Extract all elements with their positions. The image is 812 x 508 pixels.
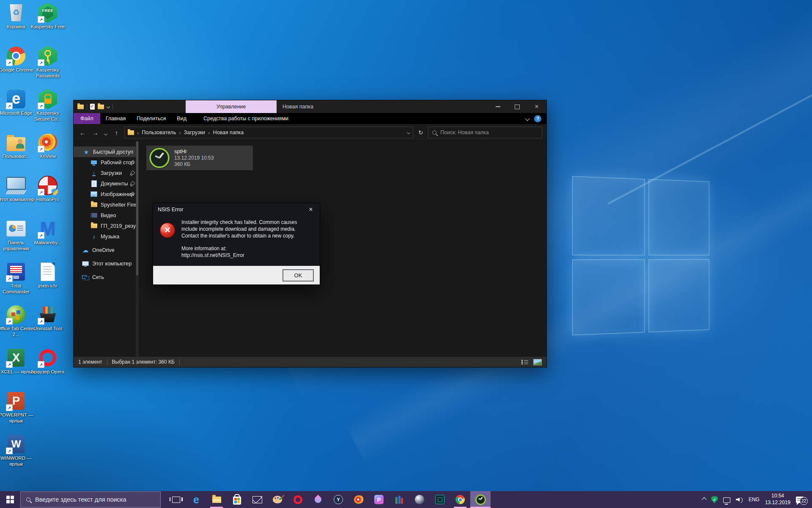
- breadcrumb-downloads[interactable]: Загрузки: [184, 130, 205, 135]
- mail-icon: [252, 496, 262, 503]
- start-button[interactable]: [0, 491, 20, 508]
- taskbar-edge-button[interactable]: [186, 491, 206, 508]
- dialog-close-button[interactable]: ×: [302, 203, 320, 216]
- desktop-icon-winword[interactable]: WINWORD — ярлык: [0, 434, 35, 467]
- sidebar-item-music[interactable]: ♪ Музыка: [74, 231, 139, 242]
- caption-buttons: ×: [488, 100, 546, 113]
- ok-button[interactable]: OK: [283, 269, 314, 282]
- back-button[interactable]: ←: [78, 129, 88, 136]
- desktop-icon-kaspersky-secure[interactable]: Kaspersky Secure Co...: [29, 89, 67, 122]
- properties-check-icon[interactable]: [90, 104, 95, 110]
- desktop-icon-opera[interactable]: Браузер Opera: [29, 348, 67, 375]
- menu-app-tools[interactable]: Средства работы с приложениями: [198, 113, 294, 124]
- taskbar-sphere-app-button[interactable]: [409, 491, 430, 508]
- taskbar-teal-app-button[interactable]: [430, 491, 450, 508]
- folder-icon[interactable]: [77, 105, 84, 109]
- security-shield-icon[interactable]: [711, 496, 718, 503]
- taskbar-file-explorer-button[interactable]: [206, 491, 227, 508]
- taskbar-chrome-button[interactable]: [450, 491, 470, 508]
- sidebar-item-desktop[interactable]: Рабочий стол: [74, 157, 139, 168]
- desktop-icon-kaspersky-free[interactable]: Kaspersky Free: [29, 3, 67, 30]
- recent-locations-icon[interactable]: [103, 129, 109, 136]
- large-icons-view-button[interactable]: [533, 359, 542, 365]
- close-button[interactable]: ×: [527, 100, 546, 113]
- menu-file[interactable]: Файл: [74, 113, 100, 124]
- explorer-search-input[interactable]: Поиск: Новая папка: [428, 127, 542, 138]
- sidebar-item-documents[interactable]: Документы: [74, 178, 139, 189]
- qat-dropdown-icon[interactable]: [107, 105, 110, 108]
- ribbon-collapse-icon[interactable]: [525, 116, 529, 121]
- taskbar-store-button[interactable]: [227, 491, 247, 508]
- shortcut-arrow-icon: [38, 232, 44, 239]
- taskbar-paint-button[interactable]: [267, 491, 288, 508]
- taskbar-drop-app-button[interactable]: [308, 491, 328, 508]
- dialog-footer: OK: [153, 266, 320, 284]
- sidebar-item-network[interactable]: Сеть: [74, 272, 139, 282]
- menu-view[interactable]: Вид: [171, 113, 192, 124]
- edge-icon: [6, 89, 26, 109]
- breadcrumb-users[interactable]: Пользователь: [142, 130, 176, 135]
- up-button[interactable]: ↑: [112, 129, 121, 136]
- hitmanpro-icon: [38, 175, 58, 196]
- desktop-icon-jnxtn-file[interactable]: jnxtn v,fv: [29, 262, 67, 289]
- sidebar-item-videos[interactable]: Видео: [74, 210, 139, 221]
- minimize-button[interactable]: [488, 100, 508, 113]
- folder-mini-icon: [91, 202, 97, 207]
- breadcrumb-new-folder[interactable]: Новая папка: [213, 130, 244, 135]
- network-icon[interactable]: [723, 497, 730, 503]
- sidebar-quick-access[interactable]: ★ Быстрый доступ: [74, 146, 139, 157]
- sphere-app-icon: [415, 495, 424, 504]
- taskbar-opera-button[interactable]: [288, 491, 308, 508]
- clock[interactable]: 10:54 13.12.2019: [765, 493, 790, 506]
- dialog-titlebar[interactable]: NSIS Error ×: [153, 203, 320, 216]
- language-indicator[interactable]: ENG: [749, 497, 760, 502]
- volume-icon[interactable]: [736, 497, 743, 502]
- excel-icon: [6, 348, 26, 368]
- sidebar-item-onedrive[interactable]: ☁ OneDrive: [74, 245, 139, 255]
- drop-app-icon: [313, 495, 323, 505]
- desktop-icon-uninstall-tool[interactable]: Uninstall Tool: [29, 304, 67, 332]
- shortcut-arrow-icon: [6, 447, 13, 454]
- manage-ribbon-tab[interactable]: Управление: [186, 100, 277, 113]
- sidebar-item-downloads[interactable]: ↓ Загрузки: [74, 168, 139, 178]
- new-folder-icon[interactable]: [98, 105, 104, 109]
- forward-button[interactable]: →: [91, 129, 100, 136]
- taskbar-search-input[interactable]: Введите здесь текст для поиска: [20, 491, 161, 508]
- address-breadcrumb[interactable]: › Пользователь › Загрузки › Новая папка: [124, 127, 413, 138]
- desktop-icon-powerpoint[interactable]: POWERPNT — ярлык: [0, 391, 35, 424]
- shortcut-arrow-icon: [6, 275, 13, 282]
- desktop-icon-kaspersky-passwords[interactable]: Kaspersky Passwords: [29, 46, 67, 79]
- address-dropdown-icon[interactable]: [407, 131, 410, 134]
- sidebar-item-spyshelter[interactable]: Spyshelter Firewall 1: [74, 199, 139, 210]
- desktop-icon-hitmanpro[interactable]: HitmanPro: [29, 175, 67, 203]
- file-date: 13.12.2019 10:53: [174, 155, 214, 161]
- sidebar-item-gp2019[interactable]: ГП_2019_результат: [74, 221, 139, 231]
- taskbar-y-app-button[interactable]: [328, 491, 348, 508]
- maximize-button[interactable]: [508, 100, 527, 113]
- sidebar-scrollbar[interactable]: [136, 141, 139, 357]
- taskbar-picsart-button[interactable]: [369, 491, 389, 508]
- desktop-icon-xnview[interactable]: XnView: [29, 132, 67, 160]
- explorer-addressbar: ← → ↑ › Пользователь › Загрузки › Новая …: [74, 124, 546, 141]
- help-icon[interactable]: [534, 115, 541, 122]
- file-item-spthr[interactable]: sptHr 13.12.2019 10:53 360 КБ: [146, 146, 253, 170]
- taskbar-xnview-button[interactable]: [348, 491, 369, 508]
- taskbar-task-view-button[interactable]: [166, 491, 186, 508]
- desktop-icon-malwarebytes[interactable]: Malwareby...: [29, 218, 67, 246]
- taskbar-mail-button[interactable]: [247, 491, 267, 508]
- explorer-titlebar[interactable]: Управление Новая папка ×: [74, 100, 546, 113]
- status-divider: [107, 359, 107, 365]
- sidebar-item-pictures[interactable]: Изображения: [74, 189, 139, 199]
- taskbar-nsis-button[interactable]: [470, 491, 491, 508]
- action-center-icon[interactable]: 22: [796, 497, 804, 503]
- menu-share[interactable]: Поделиться: [131, 113, 171, 124]
- sidebar-item-this-pc[interactable]: Этот компьютер: [74, 258, 139, 269]
- refresh-button[interactable]: ↻: [416, 129, 425, 136]
- microsoft-store-icon: [233, 497, 241, 505]
- details-view-button[interactable]: [521, 359, 528, 364]
- videos-mini-icon: [91, 213, 97, 218]
- shortcut-arrow-icon: [38, 361, 44, 368]
- taskbar-books-app-button[interactable]: [389, 491, 409, 508]
- menu-home[interactable]: Главная: [100, 113, 132, 124]
- tray-expand-icon[interactable]: [702, 497, 706, 502]
